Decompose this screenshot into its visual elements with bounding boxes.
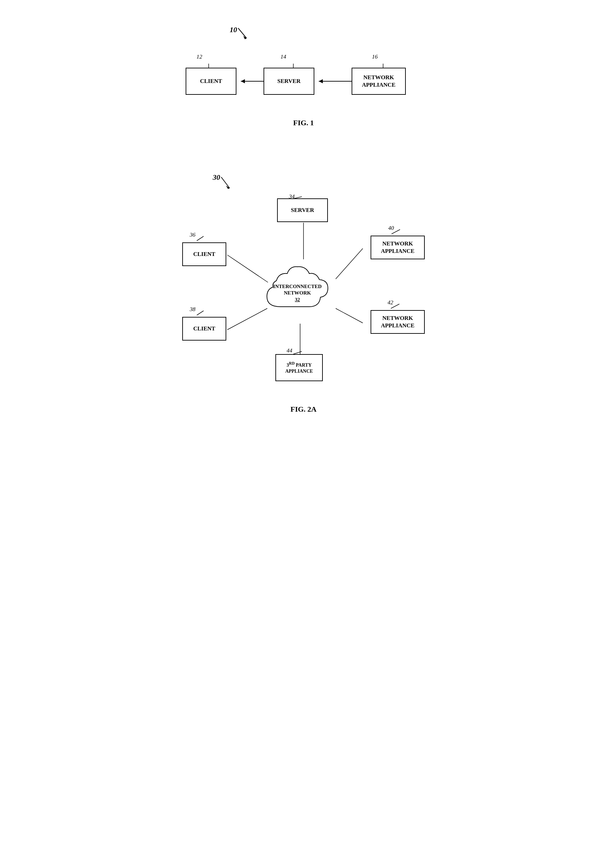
fig2a-client1-box: CLIENT bbox=[182, 242, 226, 266]
svg-line-21 bbox=[197, 311, 203, 315]
fig2a-client2-box: CLIENT bbox=[182, 317, 226, 341]
fig2a-netapp1-ref: 40 bbox=[388, 225, 394, 232]
fig2a-server-label: SERVER bbox=[291, 207, 314, 214]
fig2a-thirdparty-label: 3RD PARTYAPPLIANCE bbox=[285, 361, 313, 374]
fig2a-netapp1-box: NETWORKAPPLIANCE bbox=[371, 236, 425, 259]
fig2a-client1-ref: 36 bbox=[190, 232, 196, 238]
svg-line-24 bbox=[293, 352, 302, 354]
fig1-client-box: CLIENT bbox=[186, 68, 236, 95]
fig1-client-ref: 12 bbox=[196, 53, 202, 60]
svg-line-17 bbox=[336, 308, 363, 323]
fig2a-client2-label: CLIENT bbox=[193, 326, 215, 332]
svg-line-11 bbox=[221, 177, 230, 188]
fig2a-client2-ref: 38 bbox=[190, 306, 196, 313]
fig1-netapp-label: NETWORKAPPLIANCE bbox=[362, 74, 395, 89]
svg-marker-7 bbox=[319, 79, 323, 83]
fig1-container: 10 bbox=[172, 24, 435, 127]
fig2a-server-box: SERVER bbox=[277, 198, 328, 222]
cloud-container: INTERCONNECTEDNETWORK 32 bbox=[260, 259, 335, 320]
fig2a-netapp1-label: NETWORKAPPLIANCE bbox=[381, 240, 414, 255]
cloud-text: INTERCONNECTEDNETWORK 32 bbox=[273, 284, 321, 303]
fig2a-thirdparty-ref: 44 bbox=[287, 347, 292, 354]
svg-line-0 bbox=[238, 28, 247, 38]
fig2a-caption: FIG. 2A bbox=[172, 405, 435, 414]
cloud-network-label: INTERCONNECTEDNETWORK bbox=[273, 284, 321, 296]
fig2a-netapp2-ref: 42 bbox=[388, 299, 393, 306]
fig1-server-label: SERVER bbox=[278, 78, 300, 85]
fig1-caption: FIG. 1 bbox=[172, 118, 435, 127]
fig2a-thirdparty-box: 3RD PARTYAPPLIANCE bbox=[275, 354, 323, 381]
fig1-netapp-ref: 16 bbox=[372, 53, 378, 60]
svg-line-16 bbox=[336, 248, 363, 279]
fig2a-netapp2-box: NETWORKAPPLIANCE bbox=[371, 310, 425, 334]
svg-marker-4 bbox=[241, 79, 245, 83]
fig2a-client1-label: CLIENT bbox=[193, 251, 215, 257]
page: 10 bbox=[152, 0, 455, 441]
fig1-server-box: SERVER bbox=[264, 68, 314, 95]
fig1-diagram: 12 14 16 CLIENT SERVER NETWORKAPPLIANCE bbox=[172, 40, 435, 115]
cloud-network-ref: 32 bbox=[295, 297, 300, 302]
fig2a-diagram: 34 36 38 40 42 44 SERVER CLIENT CLIENT N… bbox=[172, 192, 435, 401]
fig2a-container: 30 bbox=[172, 171, 435, 414]
fig1-netapp-box: NETWORKAPPLIANCE bbox=[352, 68, 406, 95]
svg-line-20 bbox=[197, 236, 203, 241]
fig2a-netapp2-label: NETWORKAPPLIANCE bbox=[381, 315, 414, 329]
fig1-client-label: CLIENT bbox=[200, 78, 222, 85]
fig1-server-ref: 14 bbox=[281, 53, 286, 60]
